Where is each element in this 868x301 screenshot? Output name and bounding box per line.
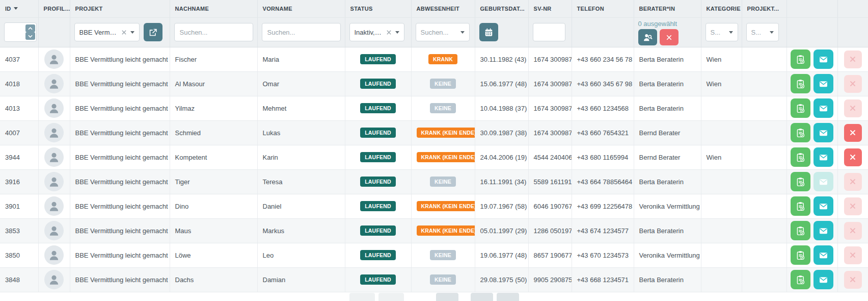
spinner-up-button[interactable]	[25, 24, 35, 32]
status-filter-select[interactable]: Inaktiv,La...	[349, 23, 404, 41]
date-filter-button[interactable]	[479, 23, 498, 41]
vorname-search-input[interactable]	[262, 23, 341, 41]
profile-avatar[interactable]	[44, 147, 64, 167]
next-page-button[interactable]	[436, 293, 458, 301]
column-header-projekt[interactable]: PROJEKT	[70, 0, 170, 17]
envelope-icon	[818, 152, 829, 163]
delete-button[interactable]	[844, 246, 862, 264]
add-document-button[interactable]	[791, 74, 810, 93]
cell-id: 3850	[0, 243, 38, 267]
cell-projekt: BBE Vermittlung leicht gemacht	[70, 169, 170, 194]
close-icon	[849, 153, 857, 161]
send-mail-button[interactable]	[813, 123, 833, 142]
send-mail-button[interactable]	[813, 74, 833, 93]
add-document-button[interactable]	[791, 98, 810, 118]
add-document-button[interactable]	[791, 221, 810, 240]
current-page-input[interactable]	[416, 293, 432, 301]
nachname-search-input[interactable]	[174, 23, 253, 41]
cell-svnr: 8657 190677	[528, 243, 572, 267]
delete-button[interactable]	[844, 75, 862, 93]
add-document-button[interactable]	[791, 123, 810, 142]
send-mail-button[interactable]	[813, 98, 833, 118]
column-header-berater[interactable]: BERATER*IN	[634, 0, 701, 17]
profile-avatar[interactable]	[44, 98, 64, 118]
page-size-select[interactable]	[497, 293, 519, 301]
spinner-down-button[interactable]	[25, 32, 35, 40]
column-header-geburtsdatum[interactable]: GEBURTSDAT...	[475, 0, 528, 17]
column-header-status[interactable]: STATUS	[345, 0, 411, 17]
column-header-abwesenheit[interactable]: ABWESENHEIT	[411, 0, 475, 17]
delete-button[interactable]	[844, 51, 862, 68]
column-header-svnr[interactable]: SV-NR	[528, 0, 572, 17]
clear-icon[interactable]	[386, 30, 392, 35]
send-mail-button[interactable]	[813, 245, 833, 265]
kategorie-filter-select[interactable]: S...	[706, 23, 738, 41]
column-header-vorname[interactable]: VORNAME	[257, 0, 345, 17]
cell-nachname: Maus	[170, 218, 257, 243]
send-mail-button[interactable]	[813, 172, 833, 191]
open-project-button[interactable]	[144, 23, 162, 41]
table-row: 3850 BBE Vermittlung leicht gemacht Löwe…	[0, 243, 868, 267]
cell-status: LAUFEND	[345, 71, 411, 96]
cell-projekt: BBE Vermittlung leicht gemacht	[70, 145, 170, 169]
berater-clear-button[interactable]	[660, 29, 679, 45]
clear-icon[interactable]	[121, 30, 127, 35]
first-page-button[interactable]	[349, 293, 375, 301]
abwesenheit-badge: KRANK	[428, 54, 457, 64]
add-document-button[interactable]	[791, 49, 810, 69]
filter-cell-projekt: BBE Vermittlun...	[70, 17, 170, 47]
profile-avatar[interactable]	[44, 172, 64, 191]
send-mail-button[interactable]	[813, 147, 833, 167]
profile-avatar[interactable]	[44, 49, 64, 69]
column-header-telefon[interactable]: TELEFON	[572, 0, 634, 17]
delete-button[interactable]	[844, 173, 862, 191]
send-mail-button[interactable]	[813, 221, 833, 240]
svnr-filter-input[interactable]	[533, 23, 565, 41]
add-document-button[interactable]	[791, 147, 810, 167]
profile-avatar[interactable]	[44, 123, 64, 142]
delete-button[interactable]	[844, 124, 862, 142]
cell-id: 4013	[0, 96, 38, 120]
delete-button[interactable]	[844, 148, 862, 166]
delete-button[interactable]	[844, 197, 862, 215]
cell-projekt: BBE Vermittlung leicht gemacht	[70, 71, 170, 96]
add-document-button[interactable]	[791, 245, 810, 265]
column-header-id[interactable]: ID	[0, 0, 38, 17]
add-document-button[interactable]	[791, 270, 810, 289]
cell-status: LAUFEND	[345, 218, 411, 243]
last-page-button[interactable]	[471, 293, 493, 301]
prev-page-button[interactable]	[378, 293, 404, 301]
profile-avatar[interactable]	[44, 221, 64, 240]
projekt2-filter-select[interactable]: S...	[746, 23, 779, 41]
cell-vorname: Damian	[257, 267, 345, 292]
cell-telefon: +43 660 7654321	[572, 120, 634, 145]
berater-selected-count: 0 ausgewählt	[638, 20, 677, 28]
column-header-kategorie[interactable]: KATEGORIE	[701, 0, 742, 17]
profile-avatar[interactable]	[44, 74, 64, 93]
cell-actions	[786, 169, 837, 194]
profile-avatar[interactable]	[44, 270, 64, 289]
cell-profil	[38, 47, 70, 71]
cell-nachname: Dachs	[170, 267, 257, 292]
cell-nachname: Yilmaz	[170, 96, 257, 120]
add-document-button[interactable]	[791, 172, 810, 191]
add-document-button[interactable]	[791, 196, 810, 216]
delete-button[interactable]	[844, 222, 862, 240]
cell-abwesenheit: KRANK (KEIN ENDE)	[411, 145, 475, 169]
send-mail-button[interactable]	[813, 196, 833, 216]
envelope-icon	[818, 103, 829, 114]
table-row: 4018 BBE Vermittlung leicht gemacht Al M…	[0, 71, 868, 96]
send-mail-button[interactable]	[813, 49, 833, 69]
abwesenheit-filter-select[interactable]: Suchen...	[416, 23, 470, 41]
column-header-projekt2[interactable]: PROJEKT...	[742, 0, 786, 17]
cell-telefon: +43 674 1234577	[572, 218, 634, 243]
berater-search-button[interactable]	[638, 29, 657, 45]
projekt-filter-select[interactable]: BBE Vermittlun...	[74, 23, 140, 41]
delete-button[interactable]	[844, 99, 862, 117]
column-header-nachname[interactable]: NACHNAME	[170, 0, 257, 17]
column-header-profil[interactable]: PROFIL...	[38, 0, 70, 17]
profile-avatar[interactable]	[44, 196, 64, 216]
profile-avatar[interactable]	[44, 245, 64, 265]
delete-button[interactable]	[844, 271, 862, 289]
send-mail-button[interactable]	[813, 270, 833, 289]
